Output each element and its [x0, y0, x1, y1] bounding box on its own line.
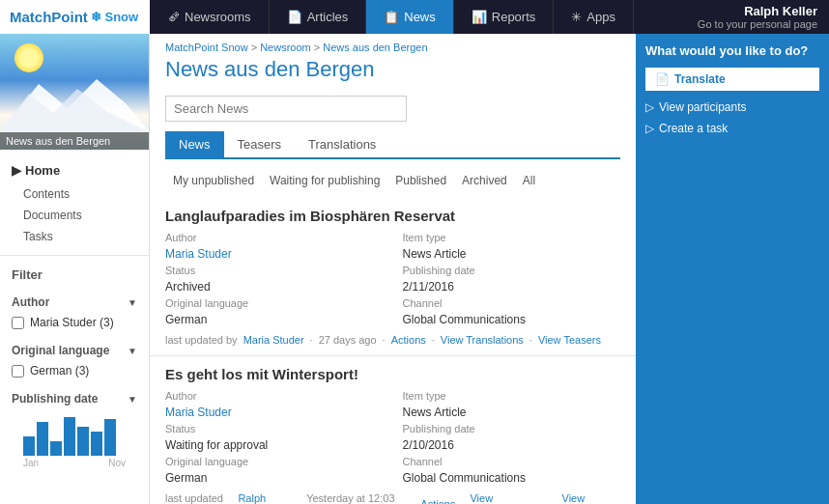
- language-filter-item: German (3): [12, 361, 137, 380]
- nav-apps[interactable]: ✳ Apps: [554, 0, 634, 34]
- newsrooms-icon: 🗞: [167, 10, 180, 24]
- translate-label: Translate: [674, 72, 726, 86]
- breadcrumb-matchpoint[interactable]: MatchPoint Snow: [165, 42, 248, 53]
- channel-label-0: Channel: [403, 297, 621, 309]
- author-value-0[interactable]: Maria Studer: [165, 247, 384, 261]
- nav-articles[interactable]: 📄 Articles: [270, 0, 367, 34]
- sidebar-item-contents[interactable]: Contents: [0, 183, 149, 205]
- chart-bar: [64, 417, 75, 456]
- chart-bar: [104, 419, 116, 456]
- mountain-decoration: [0, 74, 150, 132]
- author-value-1[interactable]: Maria Studer: [165, 406, 384, 419]
- translate-button[interactable]: 📄 Translate: [645, 68, 819, 91]
- app-logo[interactable]: MatchPoint ❄ Snow: [0, 0, 150, 34]
- sidebar-item-tasks[interactable]: Tasks: [0, 226, 149, 247]
- news-item-1: Es geht los mit Wintersport! Author Item…: [150, 356, 636, 504]
- nav-news[interactable]: 📋 News: [366, 0, 454, 34]
- sidebar-navigation: ▶ Home Contents Documents Tasks: [0, 150, 149, 255]
- pub-date-value-1: 2/10/2016: [403, 438, 621, 452]
- author-filter-item: Maria Studer (3): [12, 313, 137, 332]
- breadcrumb-current[interactable]: News aus den Bergen: [323, 42, 427, 53]
- status-label-0: Status: [165, 265, 384, 276]
- user-name: Ralph Keller: [698, 4, 817, 18]
- sidebar-image-caption: News aus den Bergen: [0, 132, 150, 150]
- author-label-0: Author: [165, 232, 384, 243]
- pub-date-label-1: Publishing date: [403, 423, 621, 434]
- sidebar-item-documents[interactable]: Documents: [0, 205, 149, 226]
- sidebar-image: News aus den Bergen: [0, 34, 150, 150]
- task-icon: ▷: [645, 122, 654, 135]
- date-filter-title[interactable]: Publishing date ▼: [12, 388, 137, 409]
- tab-news[interactable]: News: [165, 131, 224, 157]
- filter-title[interactable]: Filter: [12, 264, 137, 286]
- footer-actions-1[interactable]: Actions: [420, 498, 455, 504]
- sun-decoration: [14, 43, 43, 72]
- language-chevron-icon: ▼: [128, 346, 137, 356]
- author-checkbox[interactable]: [12, 317, 24, 329]
- logo-snow: ❄ Snow: [91, 10, 138, 24]
- nav-reports[interactable]: 📊 Reports: [454, 0, 555, 34]
- status-value-1: Waiting for approval: [165, 438, 384, 452]
- breadcrumb-newsroom[interactable]: Newsroom: [260, 42, 311, 53]
- filter-tab-waiting[interactable]: Waiting for publishing: [262, 171, 387, 190]
- logo-text: MatchPoint: [10, 9, 88, 25]
- sidebar-item-home[interactable]: ▶ Home: [0, 157, 149, 183]
- item-type-value-1: News Article: [403, 406, 621, 419]
- news-item-meta-1: Author Item type Maria Studer News Artic…: [165, 390, 620, 485]
- chart-bar: [23, 436, 35, 456]
- chart-bars: [23, 417, 126, 456]
- footer-author-0[interactable]: Maria Studer: [243, 334, 304, 346]
- page-title: News aus den Bergen: [150, 55, 636, 90]
- footer-view-teasers-0[interactable]: View Teasers: [538, 334, 601, 346]
- author-filter-title[interactable]: Author ▼: [12, 292, 137, 313]
- tab-translations[interactable]: Translations: [295, 131, 389, 157]
- view-participants-label: View participants: [659, 100, 747, 114]
- language-filter: Original language ▼ German (3): [12, 340, 137, 380]
- user-info: Ralph Keller Go to your personal page: [686, 0, 829, 34]
- sidebar-contents-label: Contents: [23, 187, 70, 201]
- translate-icon: 📄: [655, 72, 670, 86]
- create-task-label: Create a task: [659, 122, 728, 135]
- filter-tab-published[interactable]: Published: [387, 171, 454, 190]
- main-layout: News aus den Bergen ▶ Home Contents Docu…: [0, 34, 829, 504]
- news-item-title-0: Langlaufparadies im Biosphären Reservat: [165, 208, 620, 224]
- news-footer-1: last updated by Ralph Keller · Yesterday…: [165, 492, 620, 504]
- language-checkbox[interactable]: [12, 365, 24, 378]
- chart-label-end: Nov: [108, 458, 126, 468]
- footer-view-translations-1[interactable]: View Translations: [470, 492, 547, 504]
- filter-section: Filter Author ▼ Maria Studer (3) Origina…: [0, 255, 149, 484]
- footer-actions-0[interactable]: Actions: [391, 334, 426, 346]
- channel-value-1: Global Communications: [403, 471, 621, 485]
- item-type-value-0: News Article: [403, 247, 621, 261]
- top-navigation: MatchPoint ❄ Snow 🗞 Newsrooms 📄 Articles…: [0, 0, 829, 34]
- filter-tab-archived[interactable]: Archived: [454, 171, 515, 190]
- author-chevron-icon: ▼: [128, 297, 137, 308]
- create-task-link[interactable]: ▷ Create a task: [645, 118, 819, 139]
- nav-news-label: News: [404, 10, 436, 24]
- author-filter: Author ▼ Maria Studer (3): [12, 292, 137, 332]
- footer-view-teasers-1[interactable]: View Teasers: [562, 492, 620, 504]
- view-participants-link[interactable]: ▷ View participants: [645, 97, 819, 118]
- left-sidebar: News aus den Bergen ▶ Home Contents Docu…: [0, 34, 150, 504]
- search-input[interactable]: [165, 96, 407, 122]
- footer-time-0: 27 days ago: [319, 334, 377, 346]
- footer-view-translations-0[interactable]: View Translations: [441, 334, 524, 346]
- sidebar-documents-label: Documents: [23, 209, 82, 222]
- filter-tab-unpublished[interactable]: My unpublished: [165, 171, 262, 190]
- channel-value-0: Global Communications: [403, 313, 621, 326]
- date-chart: Jan Nov: [12, 409, 137, 476]
- date-filter: Publishing date ▼ Jan Nov: [12, 388, 137, 476]
- lang-label-0: Original language: [165, 297, 384, 309]
- language-filter-title[interactable]: Original language ▼: [12, 340, 137, 361]
- date-chevron-icon: ▼: [128, 394, 137, 405]
- reports-icon: 📊: [472, 10, 487, 24]
- user-link[interactable]: Go to your personal page: [698, 18, 817, 30]
- nav-newsrooms[interactable]: 🗞 Newsrooms: [150, 0, 270, 34]
- chart-label-start: Jan: [23, 458, 39, 468]
- chart-bar: [91, 432, 102, 456]
- tab-teasers[interactable]: Teasers: [224, 131, 296, 157]
- right-panel-title: What would you like to do?: [645, 43, 819, 58]
- footer-author-1[interactable]: Ralph Keller: [238, 492, 292, 504]
- filter-tab-all[interactable]: All: [515, 171, 543, 190]
- news-icon: 📋: [384, 10, 399, 24]
